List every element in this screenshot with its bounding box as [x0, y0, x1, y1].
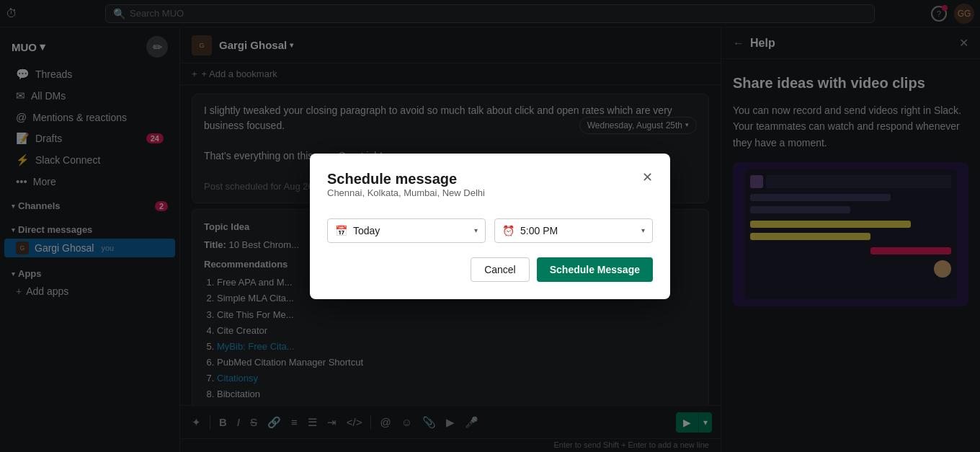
modal-header: Schedule message Chennai, Kolkata, Mumba…	[327, 171, 653, 213]
modal-title: Schedule message	[327, 171, 485, 187]
schedule-message-button[interactable]: Schedule Message	[537, 257, 653, 282]
time-caret: ▾	[641, 226, 645, 234]
date-selector[interactable]: 📅 Today ▾	[327, 218, 486, 243]
modal-overlay[interactable]: Schedule message Chennai, Kolkata, Mumba…	[0, 0, 980, 452]
clock-icon: ⏰	[502, 225, 514, 236]
modal-close-button[interactable]: ✕	[642, 171, 653, 184]
calendar-icon: 📅	[335, 225, 347, 236]
modal-actions: Cancel Schedule Message	[327, 257, 653, 282]
time-selector[interactable]: ⏰ 5:00 PM ▾	[494, 218, 653, 243]
modal-subtitle: Chennai, Kolkata, Mumbai, New Delhi	[327, 187, 485, 198]
date-value: Today	[353, 225, 468, 236]
schedule-modal: Schedule message Chennai, Kolkata, Mumba…	[310, 154, 670, 299]
modal-inputs-row: 📅 Today ▾ ⏰ 5:00 PM ▾	[327, 218, 653, 243]
date-caret: ▾	[474, 226, 478, 234]
time-value: 5:00 PM	[520, 225, 636, 236]
cancel-button[interactable]: Cancel	[471, 257, 530, 282]
